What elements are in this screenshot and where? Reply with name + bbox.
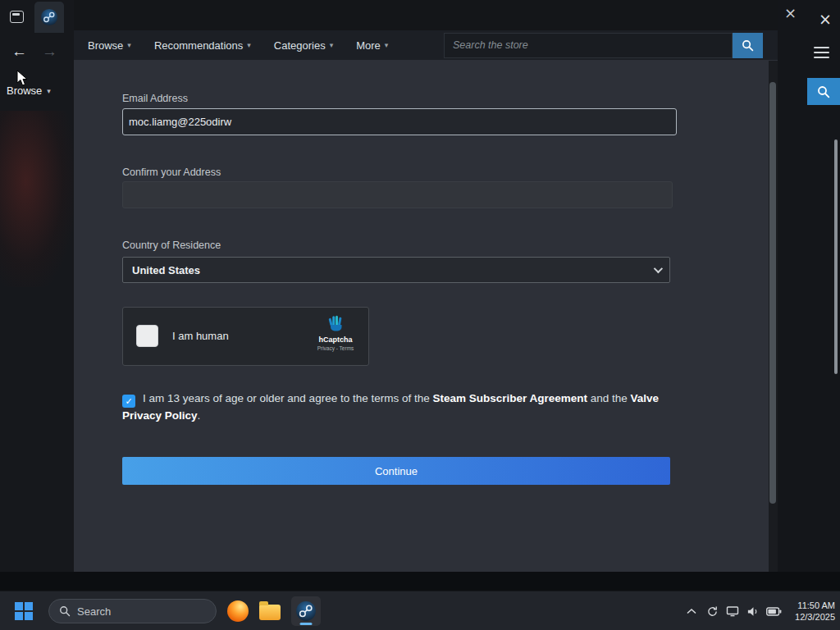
nav-recommendations-label: Recommendations [154, 39, 243, 52]
chevron-down-icon: ▾ [247, 41, 251, 49]
taskbar: 11:50 AM 12/3/2025 [0, 591, 840, 630]
bottom-gap [0, 572, 840, 591]
hcaptcha-brand: hCaptcha [309, 336, 362, 344]
agreement-text: I am 13 years of age or older and agree … [143, 392, 432, 404]
volume-icon[interactable] [746, 605, 759, 618]
confirm-email-input[interactable] [122, 181, 673, 208]
chevron-down-icon [654, 264, 663, 273]
dialog-scrollbar[interactable] [769, 61, 778, 572]
nav-recommendations[interactable]: Recommendations ▾ [154, 39, 251, 52]
window-close-button[interactable]: × [814, 7, 837, 30]
clock-date: 12/3/2025 [795, 611, 835, 623]
client-search-button[interactable] [807, 78, 840, 105]
continue-button[interactable]: Continue [122, 457, 670, 485]
window-preview-icon[interactable] [10, 11, 24, 23]
battery-icon[interactable] [766, 607, 782, 616]
steam-tab[interactable] [34, 2, 64, 33]
search-icon [742, 39, 754, 52]
email-label: Email Address [122, 93, 188, 104]
nav-more[interactable]: More ▾ [356, 39, 388, 52]
display-icon[interactable] [726, 605, 739, 618]
mouse-cursor [16, 70, 30, 88]
dialog-titlebar [74, 0, 778, 30]
hcaptcha-checkbox[interactable] [136, 325, 158, 347]
hcaptcha-privacy-terms[interactable]: Privacy - Terms [309, 345, 362, 351]
age-agreement-checkbox[interactable]: ✓ [122, 395, 135, 408]
store-nav: Browse ▾ Recommendations ▾ Categories ▾ … [74, 30, 778, 60]
hcaptcha-logo[interactable]: hCaptcha Privacy - Terms [309, 313, 362, 351]
windows-logo-icon [15, 602, 33, 620]
nav-browse[interactable]: Browse ▾ [88, 39, 131, 52]
store-search-input[interactable] [444, 33, 733, 58]
store-search-button[interactable] [733, 33, 763, 58]
window-scrollbar[interactable] [834, 139, 838, 374]
email-input[interactable] [122, 108, 677, 135]
steam-logo-icon [40, 8, 58, 26]
agreement-text: . [198, 409, 201, 422]
country-select-value: United States [132, 264, 200, 276]
system-tray [706, 605, 782, 618]
chevron-down-icon: ▾ [385, 41, 389, 49]
back-button[interactable]: ← [11, 43, 27, 61]
dialog-scrollbar-thumb[interactable] [769, 82, 776, 504]
country-select[interactable]: United States [122, 257, 670, 283]
right-strip: × × [778, 0, 840, 572]
taskbar-search[interactable] [48, 599, 217, 623]
start-button[interactable] [10, 596, 38, 626]
forward-button[interactable]: → [42, 43, 57, 61]
sync-icon[interactable] [706, 605, 719, 618]
active-app-indicator [300, 623, 313, 625]
firefox-icon[interactable] [227, 600, 249, 622]
taskbar-search-input[interactable] [77, 605, 200, 618]
search-icon [59, 605, 71, 617]
steam-client-left-strip: ← → Browse ▾ [0, 0, 74, 572]
background-artwork [0, 111, 74, 287]
join-steam-dialog: Browse ▾ Recommendations ▾ Categories ▾ … [74, 0, 778, 572]
confirm-email-label: Confirm your Address [122, 167, 221, 178]
modal-close-button[interactable]: × [779, 2, 801, 24]
age-agreement: ✓I am 13 years of age or older and agree… [122, 390, 665, 424]
steam-taskbar-button[interactable] [291, 596, 321, 626]
tray-chevron-up-icon[interactable] [687, 608, 696, 615]
taskbar-clock[interactable]: 11:50 AM 12/3/2025 [795, 600, 835, 623]
search-icon [817, 85, 830, 98]
clock-time: 11:50 AM [795, 600, 835, 611]
menu-icon[interactable] [814, 47, 829, 58]
nav-categories-label: Categories [274, 39, 326, 52]
chevron-down-icon: ▾ [47, 87, 51, 95]
agreement-text: and the [587, 392, 631, 404]
hcaptcha-hand-icon [324, 313, 347, 332]
chevron-down-icon: ▾ [330, 41, 334, 49]
hcaptcha-label: I am human [172, 330, 229, 342]
country-label: Country of Residence [122, 240, 221, 251]
hcaptcha-widget: I am human hCaptcha Privacy - Terms [122, 307, 369, 366]
screen: ← → Browse ▾ × × Browse ▾ [0, 0, 840, 630]
nav-categories[interactable]: Categories ▾ [274, 39, 333, 52]
nav-browse-label: Browse [88, 39, 123, 52]
steam-logo-icon [295, 600, 317, 622]
chevron-down-icon: ▾ [127, 41, 131, 49]
file-explorer-icon[interactable] [259, 605, 281, 620]
nav-more-label: More [356, 39, 381, 52]
subscriber-agreement-link[interactable]: Steam Subscriber Agreement [432, 392, 587, 404]
